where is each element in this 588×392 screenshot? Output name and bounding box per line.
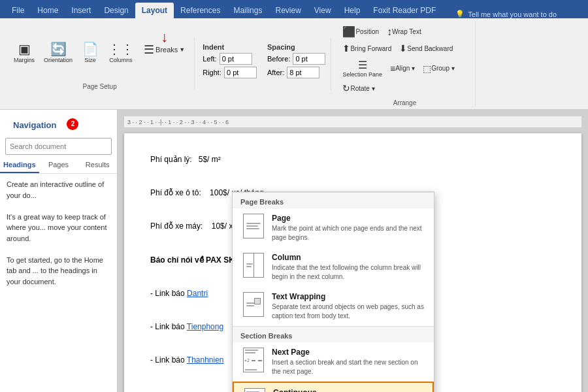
rotate-icon: ↻ — [342, 83, 350, 93]
spacing-after-row: After: — [267, 67, 325, 78]
spacing-before-input[interactable] — [293, 53, 325, 65]
link-thanhnien[interactable]: Thanhnien — [187, 355, 224, 365]
nav-tabs: Headings Pages Results — [0, 157, 117, 174]
tab-file[interactable]: File — [5, 3, 31, 18]
indent-left-row: Left: — [203, 53, 257, 65]
spacing-before-label: Before: — [267, 55, 290, 63]
margins-icon: ▣ — [18, 42, 31, 56]
orientation-icon: 🔄 — [50, 42, 67, 56]
column-item-title: Column — [272, 253, 426, 262]
tab-results[interactable]: Results — [78, 157, 117, 173]
selection-pane-icon: ☰ — [358, 59, 367, 71]
text-wrapping-item-desc: Separate text around objects on web page… — [272, 302, 426, 321]
tab-help[interactable]: Help — [338, 3, 367, 18]
arrange-label: Arrange — [393, 98, 417, 106]
link-dantri[interactable]: Dantri — [187, 289, 208, 298]
position-button[interactable]: ⬛ Position — [339, 24, 382, 40]
dropdown-item-continuous[interactable]: 3 — [233, 382, 434, 392]
indent-right-label: Right: — [203, 69, 221, 76]
size-button[interactable]: 📄 Size — [78, 41, 102, 65]
next-page-item-desc: Insert a section break and start the new… — [272, 358, 426, 376]
document-area: 3 · · 2 · · 1 · ·|· · 1 · · 2 · · 3 · · … — [118, 110, 588, 392]
size-icon: 📄 — [82, 42, 99, 56]
bring-forward-button[interactable]: ⬆ Bring Forward — [339, 41, 395, 56]
tab-references[interactable]: References — [174, 3, 227, 18]
navigation-pane: Navigation 2 Headings Pages Results Crea… — [0, 110, 118, 392]
ribbon-bar: ▣ Margins 🔄 Orientation 📄 Size ⋮⋮ Column… — [0, 18, 588, 110]
nav-line-3: To get started, go to the Home tab and .… — [7, 255, 110, 287]
indent-left-label: Left: — [203, 55, 216, 63]
navigation-title: Navigation — [7, 115, 63, 133]
tab-pages[interactable]: Pages — [39, 157, 78, 173]
breaks-dropdown: Page Breaks Page — [232, 191, 434, 392]
dropdown-item-column[interactable]: Column Indicate that the text following … — [233, 248, 434, 287]
spacing-after-label: After: — [267, 69, 284, 76]
ribbon-tabs: File Home Insert Design Layout Reference… — [0, 0, 588, 18]
indent-left-input[interactable] — [220, 53, 252, 65]
align-icon: ≡ — [390, 63, 395, 74]
spacing-before-row: Before: — [267, 53, 325, 65]
orientation-button[interactable]: 🔄 Orientation — [41, 41, 76, 65]
columns-button[interactable]: ⋮⋮ Columns — [105, 41, 137, 65]
text-wrapping-item-title: Text Wrapping — [272, 292, 426, 301]
ribbon-group-indent-spacing: Indent Left: Right: Spacing Before: — [197, 38, 331, 90]
ribbon-group-page-setup: ▣ Margins 🔄 Orientation 📄 Size ⋮⋮ Column… — [5, 38, 195, 90]
selection-pane-button[interactable]: ☰ Selection Pane — [339, 57, 385, 80]
text-wrapping-icon — [240, 292, 267, 317]
columns-icon: ⋮⋮ — [108, 42, 134, 56]
search-input[interactable] — [5, 138, 112, 155]
tab-headings[interactable]: Headings — [0, 157, 39, 173]
page-setup-label: Page Setup — [82, 82, 116, 90]
indent-right-input[interactable] — [224, 67, 257, 78]
breaks-dropdown-arrow: ▼ — [179, 46, 185, 53]
tab-foxit[interactable]: Foxit Reader PDF — [367, 3, 442, 18]
nav-line-1: Create an interactive outline of your do… — [7, 179, 110, 201]
align-button[interactable]: ≡ Align ▾ — [387, 57, 418, 80]
column-item-desc: Indicate that the text following the col… — [272, 263, 426, 282]
indent-header: Indent — [203, 43, 257, 51]
tab-layout[interactable]: Layout — [135, 3, 174, 18]
tab-review[interactable]: Review — [269, 3, 307, 18]
next-page-icon: 2 — [240, 348, 267, 372]
send-backward-button[interactable]: ⬇ Send Backward — [396, 41, 456, 56]
continuous-item-title: Continuous — [273, 388, 425, 392]
position-icon: ⬛ — [342, 25, 355, 38]
indent-section: Indent Left: Right: — [203, 41, 257, 81]
step2-badge: 2 — [67, 118, 78, 130]
wrap-text-icon: ↕ — [387, 26, 392, 38]
rotate-button[interactable]: ↻ Rotate ▾ — [339, 81, 378, 95]
doc-line-1: Phí quản lý: 5$/ m² — [150, 153, 555, 167]
spacing-header: Spacing — [267, 43, 325, 51]
main-area: Navigation 2 Headings Pages Results Crea… — [0, 110, 588, 392]
nav-search-area — [5, 138, 112, 155]
spacing-after-input[interactable] — [287, 67, 319, 78]
tab-view[interactable]: View — [308, 3, 338, 18]
group-button[interactable]: ⬚ Group ▾ — [419, 57, 458, 80]
page-item-title: Page — [272, 214, 426, 223]
page-break-icon — [240, 214, 267, 238]
wrap-text-button[interactable]: ↕ Wrap Text — [384, 24, 425, 40]
nav-line-2: It's a great way to keep track of where … — [7, 212, 110, 244]
dropdown-item-page[interactable]: Page Mark the point at which one page en… — [233, 208, 434, 248]
spacing-section: Spacing Before: After: — [267, 41, 325, 81]
tab-mailings[interactable]: Mailings — [227, 3, 269, 18]
page-item-desc: Mark the point at which one page ends an… — [272, 224, 426, 242]
dropdown-item-text-wrapping[interactable]: Text Wrapping Separate text around objec… — [233, 287, 434, 326]
dropdown-item-next-page[interactable]: 2 Next Page Insert a section break and s… — [233, 342, 434, 382]
tab-home[interactable]: Home — [31, 3, 65, 18]
tell-me-input[interactable]: Tell me what you want to do — [468, 10, 557, 18]
page-breaks-header: Page Breaks — [233, 192, 434, 208]
nav-content: Create an interactive outline of your do… — [0, 174, 117, 292]
ribbon-group-arrange: ⬛ Position ↕ Wrap Text ⬆ Bring Forward ⬇… — [334, 21, 476, 106]
link-tienphong[interactable]: Tienphong — [187, 322, 223, 331]
continuous-icon — [242, 388, 268, 392]
ruler: 3 · · 2 · · 1 · ·|· · 1 · · 2 · · 3 · · … — [124, 116, 581, 128]
margins-button[interactable]: ▣ Margins — [10, 41, 38, 65]
group-icon: ⬚ — [423, 63, 431, 74]
send-backward-icon: ⬇ — [399, 43, 407, 54]
lightbulb-icon: 💡 — [455, 10, 465, 18]
tab-insert[interactable]: Insert — [65, 3, 97, 18]
tab-design[interactable]: Design — [97, 3, 135, 18]
indent-right-row: Right: — [203, 67, 257, 78]
next-page-item-title: Next Page — [272, 348, 426, 357]
